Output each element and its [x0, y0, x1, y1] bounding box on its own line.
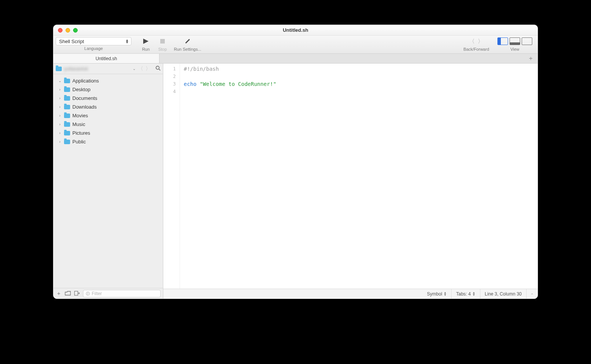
- tab-strip-empty: ＋: [159, 54, 538, 63]
- sidebar-forward-button[interactable]: 〉: [145, 65, 151, 72]
- language-label: Language: [56, 46, 131, 51]
- main-split: yuliasavluk ⌄ 〈 〉 ⌄Applications›Desktop›…: [53, 64, 538, 299]
- back-button[interactable]: 〈: [467, 38, 476, 45]
- folder-icon: [64, 105, 70, 109]
- chevron-right-icon[interactable]: ›: [58, 122, 62, 126]
- sidebar: yuliasavluk ⌄ 〈 〉 ⌄Applications›Desktop›…: [53, 64, 163, 299]
- svg-line-3: [159, 69, 160, 70]
- status-symbol[interactable]: Symbol ▲▼: [422, 289, 451, 299]
- tab[interactable]: Untitled.sh: [53, 54, 159, 63]
- folder-icon: [64, 131, 70, 135]
- chevron-right-icon[interactable]: ›: [58, 140, 62, 144]
- tree-item[interactable]: ›Music: [53, 120, 163, 129]
- wrench-icon: [184, 38, 191, 44]
- view-sidebar-button[interactable]: [497, 37, 508, 45]
- code-content: #!/bin/bash echo "Welcome to CodeRunner!…: [184, 65, 276, 95]
- run-settings-button[interactable]: [180, 37, 195, 46]
- stop-button: [155, 37, 170, 46]
- new-file-button[interactable]: ＋: [56, 290, 62, 297]
- editor-pane: 1234 #!/bin/bash echo "Welcome to CodeRu…: [163, 64, 538, 299]
- view-label: View: [510, 47, 519, 51]
- stop-label: Stop: [158, 47, 167, 51]
- reveal-button[interactable]: [74, 291, 80, 297]
- tree-item[interactable]: ›Pictures: [53, 129, 163, 137]
- tree-item-label: Downloads: [72, 104, 97, 110]
- stop-icon: [160, 39, 165, 44]
- chevron-down-icon[interactable]: ⌄: [133, 67, 136, 71]
- tree-item-label: Movies: [72, 113, 88, 118]
- toolbar: Shell Script ▲▼ Language Run Stop: [53, 36, 538, 54]
- tree-item[interactable]: ›Downloads: [53, 103, 163, 111]
- minimize-button[interactable]: [66, 28, 70, 33]
- view-plain-button[interactable]: [522, 37, 532, 45]
- tree-item[interactable]: ›Documents: [53, 94, 163, 103]
- status-position: Line 3, Column 30: [480, 289, 526, 299]
- close-button[interactable]: [58, 28, 63, 33]
- tab-strip: Untitled.sh ＋: [53, 54, 538, 64]
- tab-label: Untitled.sh: [95, 56, 117, 61]
- svg-rect-4: [75, 291, 78, 295]
- tree-item[interactable]: ⌄Applications: [53, 76, 163, 85]
- status-expand-button[interactable]: [526, 289, 538, 299]
- forward-button[interactable]: 〉: [476, 38, 485, 45]
- folder-icon: [64, 87, 70, 92]
- new-folder-button[interactable]: [65, 291, 71, 297]
- sidebar-back-button[interactable]: 〈: [138, 65, 143, 72]
- chevron-up-icon: [531, 292, 533, 296]
- filter-placeholder: Filter: [92, 291, 102, 296]
- home-folder-icon: [56, 67, 62, 71]
- folder-icon: [64, 140, 70, 144]
- svg-marker-0: [143, 39, 149, 44]
- sidebar-footer: ＋ Filter: [53, 288, 163, 299]
- zoom-button[interactable]: [73, 28, 78, 33]
- chevron-right-icon[interactable]: ›: [58, 131, 62, 135]
- status-tabs[interactable]: Tabs: 4 ▲▼: [451, 289, 480, 299]
- run-settings-label: Run Settings...: [174, 47, 201, 51]
- view-console-button[interactable]: [510, 37, 520, 45]
- code-editor[interactable]: 1234 #!/bin/bash echo "Welcome to CodeRu…: [163, 64, 538, 289]
- updown-icon: ▲▼: [444, 292, 447, 296]
- file-tree: ⌄Applications›Desktop›Documents›Download…: [53, 74, 163, 288]
- run-button[interactable]: [138, 37, 153, 46]
- run-label: Run: [142, 47, 150, 51]
- updown-icon: ▲▼: [472, 292, 475, 296]
- chevron-right-icon[interactable]: ›: [58, 96, 62, 100]
- sidebar-root-label[interactable]: yuliasavluk: [64, 66, 130, 72]
- play-icon: [143, 39, 149, 44]
- app-window: Untitled.sh Shell Script ▲▼ Language Run: [53, 25, 538, 299]
- window-title: Untitled.sh: [53, 27, 538, 33]
- svg-rect-1: [160, 39, 165, 44]
- language-value: Shell Script: [59, 39, 84, 44]
- filter-input[interactable]: Filter: [83, 290, 161, 297]
- add-tab-button[interactable]: ＋: [526, 54, 535, 63]
- tree-item-label: Pictures: [72, 130, 90, 136]
- back-forward-label: Back/Forward: [463, 47, 489, 51]
- select-arrows-icon: ▲▼: [125, 39, 129, 44]
- tree-item[interactable]: ›Movies: [53, 111, 163, 120]
- filter-icon: [86, 291, 90, 296]
- tree-item-label: Applications: [72, 78, 99, 84]
- tree-item-label: Documents: [72, 95, 97, 101]
- window-controls: [53, 28, 78, 33]
- folder-icon: [64, 96, 70, 101]
- tree-item[interactable]: ›Desktop: [53, 85, 163, 94]
- chevron-right-icon[interactable]: ›: [58, 105, 62, 109]
- tree-item-label: Music: [72, 121, 85, 127]
- tree-item[interactable]: ›Public: [53, 137, 163, 146]
- titlebar: Untitled.sh: [53, 25, 538, 36]
- svg-point-2: [156, 66, 159, 69]
- tree-item-label: Desktop: [72, 87, 91, 92]
- folder-icon: [64, 122, 70, 127]
- tree-item-label: Public: [72, 139, 86, 145]
- chevron-right-icon[interactable]: ›: [58, 114, 62, 118]
- chevron-right-icon[interactable]: ›: [58, 87, 62, 92]
- status-bar: Symbol ▲▼ Tabs: 4 ▲▼ Line 3, Column 30: [163, 289, 538, 299]
- folder-icon: [64, 79, 70, 83]
- sidebar-path-bar: yuliasavluk ⌄ 〈 〉: [53, 64, 163, 74]
- search-icon[interactable]: [155, 65, 161, 72]
- chevron-down-icon[interactable]: ⌄: [58, 79, 62, 83]
- language-select[interactable]: Shell Script ▲▼: [56, 37, 131, 45]
- folder-icon: [64, 114, 70, 118]
- line-gutter: 1234: [163, 64, 180, 289]
